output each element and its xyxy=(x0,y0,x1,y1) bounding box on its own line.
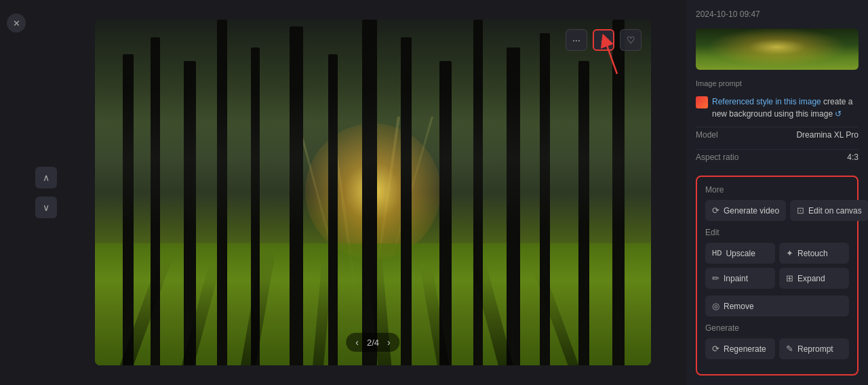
image-wrapper: ··· ⬇ ♡ ‹ 2/4 › xyxy=(95,20,651,365)
more-buttons-grid: ⟳ Generate video ⊡ Edit on canvas xyxy=(705,200,849,221)
edit-section-title: Edit xyxy=(705,228,849,237)
generate-video-icon: ⟳ xyxy=(712,205,719,216)
model-value: Dreamina XL Pro xyxy=(796,130,859,140)
side-navigation: ∧ ∨ xyxy=(33,0,60,385)
expand-label: Expand xyxy=(797,274,825,283)
thumb-inner xyxy=(696,28,859,70)
close-area: ✕ xyxy=(0,0,33,385)
prompt-text: Referenced style in this image create a … xyxy=(712,96,859,120)
bookmark-button[interactable]: ♡ xyxy=(620,29,642,51)
aspect-label: Aspect ratio xyxy=(696,153,738,162)
inpaint-icon: ✏ xyxy=(712,273,719,283)
remove-button[interactable]: ◎ Remove xyxy=(705,296,849,317)
edit-on-canvas-icon: ⊡ xyxy=(797,205,804,216)
generate-video-label: Generate video xyxy=(724,206,779,216)
image-prompt-label: Image prompt xyxy=(696,79,859,87)
retouch-icon: ✦ xyxy=(786,248,793,258)
inpaint-label: Inpaint xyxy=(724,274,748,283)
prompt-row: Referenced style in this image create a … xyxy=(696,96,859,120)
bookmark-icon: ♡ xyxy=(627,35,635,45)
download-button[interactable]: ⬇ xyxy=(593,29,614,51)
image-container: ··· ⬇ ♡ ‹ 2/4 › xyxy=(60,0,686,385)
remove-row: ◎ Remove xyxy=(705,296,849,317)
image-counter: 2/4 xyxy=(367,338,379,348)
upscale-button[interactable]: HD Upscale xyxy=(705,243,775,264)
generate-section-title: Generate xyxy=(705,323,849,333)
remove-label: Remove xyxy=(724,302,754,311)
prompt-link[interactable]: Referenced style in this image xyxy=(712,97,821,106)
aspect-ratio-row: Aspect ratio 4:3 xyxy=(696,149,859,165)
nav-down-button[interactable]: ∨ xyxy=(35,197,57,218)
next-image-button[interactable]: › xyxy=(387,337,391,348)
model-row: Model Dreamina XL Pro xyxy=(696,127,859,142)
generate-video-button[interactable]: ⟳ Generate video xyxy=(705,200,786,221)
retouch-label: Retouch xyxy=(797,249,828,258)
image-navigation: ‹ 2/4 › xyxy=(346,333,399,352)
regenerate-icon: ⟳ xyxy=(712,344,719,354)
more-section-title: More xyxy=(705,185,849,195)
upscale-label: Upscale xyxy=(726,249,755,258)
nav-up-button[interactable]: ∧ xyxy=(35,167,57,188)
prompt-icon xyxy=(696,96,708,108)
more-icon: ··· xyxy=(572,35,580,45)
expand-icon: ⊞ xyxy=(786,273,793,283)
edit-on-canvas-button[interactable]: ⊡ Edit on canvas xyxy=(790,200,868,221)
edit-buttons-grid: HD Upscale ✦ Retouch ✏ Inpaint ⊞ Expand xyxy=(705,243,849,289)
regenerate-button[interactable]: ⟳ Regenerate xyxy=(705,338,775,359)
inpaint-button[interactable]: ✏ Inpaint xyxy=(705,268,775,289)
edit-on-canvas-label: Edit on canvas xyxy=(808,206,862,216)
image-topbar: ··· ⬇ ♡ xyxy=(566,29,642,51)
forest-image xyxy=(95,20,651,365)
prev-image-button[interactable]: ‹ xyxy=(355,337,359,348)
action-menu: More ⟳ Generate video ⊡ Edit on canvas E… xyxy=(696,176,859,376)
close-button[interactable]: ✕ xyxy=(7,14,26,33)
download-icon: ⬇ xyxy=(599,35,608,45)
upscale-icon: HD xyxy=(712,249,722,257)
reprompt-button[interactable]: ✎ Reprompt xyxy=(779,338,849,359)
regenerate-label: Regenerate xyxy=(724,344,766,354)
refresh-icon: ↺ xyxy=(835,109,842,119)
expand-button[interactable]: ⊞ Expand xyxy=(779,268,849,289)
more-options-button[interactable]: ··· xyxy=(566,29,587,51)
retouch-button[interactable]: ✦ Retouch xyxy=(779,243,849,264)
remove-icon: ◎ xyxy=(712,301,719,311)
right-panel: 2024-10-10 09:47 Image prompt Referenced… xyxy=(686,0,868,385)
reprompt-label: Reprompt xyxy=(797,344,833,354)
timestamp: 2024-10-10 09:47 xyxy=(696,9,859,19)
aspect-value: 4:3 xyxy=(847,153,859,162)
generate-buttons-grid: ⟳ Regenerate ✎ Reprompt xyxy=(705,338,849,359)
reprompt-icon: ✎ xyxy=(786,344,793,354)
thumbnail-preview xyxy=(696,28,859,70)
model-label: Model xyxy=(696,130,718,140)
